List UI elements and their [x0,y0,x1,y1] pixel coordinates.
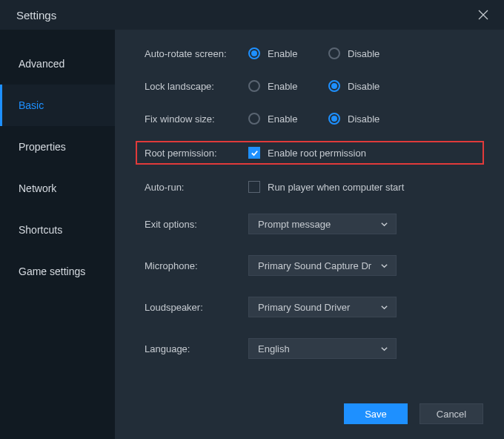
sidebar-item-shortcuts[interactable]: Shortcuts [0,209,115,251]
row-fix-window: Fix window size: Enable Disable [115,113,504,125]
auto-rotate-controls: Enable Disable [248,47,408,59]
label-root-permission: Root permission: [145,148,248,159]
microphone-select[interactable]: Primary Sound Capture Dr [248,255,397,276]
fix-window-disable-radio[interactable]: Disable [328,113,408,125]
select-value: English [258,343,290,354]
checkbox-label: Enable root permission [268,148,366,159]
radio-label: Disable [348,113,379,125]
auto-rotate-disable-radio[interactable]: Disable [328,47,408,59]
sidebar: Advanced Basic Properties Network Shortc… [0,30,115,439]
sidebar-item-label: Game settings [19,265,85,277]
label-auto-run: Auto-run: [145,182,248,193]
radio-label: Disable [348,48,379,59]
footer: Save Cancel [115,403,504,439]
check-icon [251,149,259,157]
row-auto-rotate: Auto-rotate screen: Enable Disable [115,47,504,59]
form: Auto-rotate screen: Enable Disable Lock [115,47,504,403]
close-button[interactable] [473,4,494,25]
titlebar: Settings [0,0,504,30]
loudspeaker-select[interactable]: Primary Sound Driver [248,297,397,317]
label-language: Language: [145,343,248,354]
sidebar-item-label: Properties [19,141,66,153]
auto-run-controls: Run player when computer start [248,181,404,193]
radio-label: Enable [268,113,297,125]
fix-window-controls: Enable Disable [248,113,408,125]
row-root-permission: Root permission: Enable root permission [136,141,484,165]
sidebar-item-advanced[interactable]: Advanced [0,43,115,85]
settings-window: Settings Advanced Basic Properties Netwo… [0,0,504,439]
sidebar-item-label: Network [19,182,56,194]
row-loudspeaker: Loudspeaker: Primary Sound Driver [115,297,504,317]
fix-window-enable-radio[interactable]: Enable [248,113,328,125]
label-microphone: Microphone: [145,260,248,271]
save-button[interactable]: Save [344,403,408,424]
row-language: Language: English [115,338,504,359]
body: Advanced Basic Properties Network Shortc… [0,30,504,439]
chevron-down-icon [379,220,388,228]
cancel-button[interactable]: Cancel [420,403,483,424]
select-value: Prompt message [258,219,331,230]
label-auto-rotate: Auto-rotate screen: [145,48,248,59]
select-value: Primary Sound Driver [258,302,350,313]
select-value: Primary Sound Capture Dr [258,260,371,271]
radio-label: Disable [348,81,379,92]
sidebar-item-basic[interactable]: Basic [0,85,115,126]
root-permission-checkbox[interactable]: Enable root permission [248,147,366,159]
lock-landscape-enable-radio[interactable]: Enable [248,80,328,92]
auto-rotate-enable-radio[interactable]: Enable [248,47,328,59]
chevron-down-icon [379,303,388,311]
row-lock-landscape: Lock landscape: Enable Disable [115,80,504,92]
chevron-down-icon [379,344,388,353]
sidebar-item-label: Shortcuts [19,224,62,236]
label-lock-landscape: Lock landscape: [145,81,248,92]
row-auto-run: Auto-run: Run player when computer start [115,181,504,193]
exit-options-select[interactable]: Prompt message [248,214,397,234]
label-exit-options: Exit options: [145,219,248,230]
lock-landscape-controls: Enable Disable [248,80,408,92]
radio-icon [248,80,260,92]
radio-icon [328,113,340,125]
label-fix-window: Fix window size: [145,113,248,125]
main-panel: Auto-rotate screen: Enable Disable Lock [115,30,504,439]
language-select[interactable]: English [248,338,397,359]
radio-icon [248,47,260,59]
sidebar-item-game-settings[interactable]: Game settings [0,251,115,292]
radio-icon [248,113,260,125]
radio-label: Enable [268,48,297,59]
radio-label: Enable [268,81,297,92]
checkbox-label: Run player when computer start [268,182,404,193]
row-exit-options: Exit options: Prompt message [115,214,504,234]
checkbox-icon [248,147,260,159]
auto-run-checkbox[interactable]: Run player when computer start [248,181,404,193]
chevron-down-icon [379,261,388,270]
radio-icon [328,80,340,92]
checkbox-icon [248,181,260,193]
sidebar-item-network[interactable]: Network [0,168,115,209]
row-microphone: Microphone: Primary Sound Capture Dr [115,255,504,276]
close-icon [478,10,488,20]
window-title: Settings [16,9,56,22]
label-loudspeaker: Loudspeaker: [145,302,248,313]
radio-icon [328,47,340,59]
sidebar-item-label: Basic [19,99,44,111]
lock-landscape-disable-radio[interactable]: Disable [328,80,408,92]
sidebar-item-properties[interactable]: Properties [0,126,115,168]
sidebar-item-label: Advanced [19,58,64,70]
root-permission-controls: Enable root permission [248,147,366,159]
